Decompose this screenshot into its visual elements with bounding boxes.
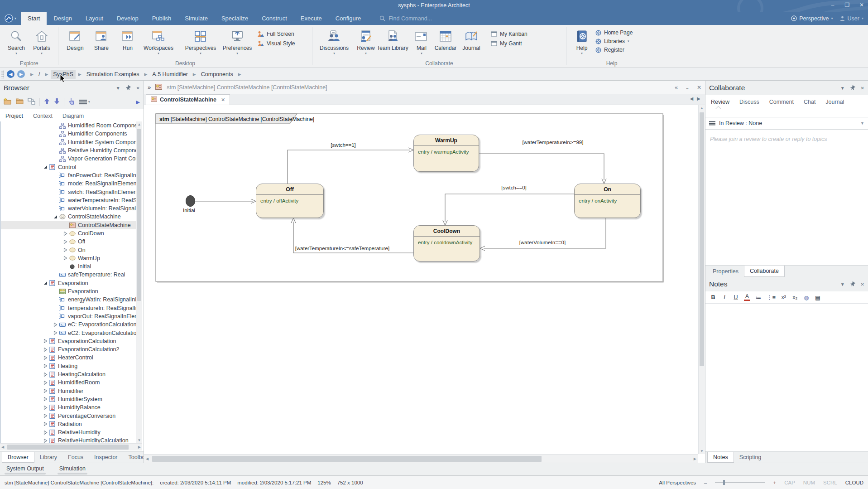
ribbon-tab-simulate[interactable]: Simulate (178, 12, 215, 25)
tree-item[interactable]: Relative Humidity Components (1, 146, 136, 155)
full-screen-button[interactable]: Full Screen (257, 31, 295, 37)
tree-item[interactable]: RelativeHumidityCalculation (1, 436, 136, 443)
tree-item[interactable]: vaporOut: RealSignalInElement (1, 312, 136, 320)
journal-button[interactable]: Journal (460, 27, 483, 51)
expander-closed-icon[interactable] (42, 381, 49, 385)
panel-menu-caret-icon[interactable]: ▼ (840, 282, 845, 287)
expander-closed-icon[interactable] (42, 348, 49, 352)
tree-item[interactable]: swtch: RealSignalInElement (1, 188, 136, 196)
expander-closed-icon[interactable] (42, 356, 49, 360)
breadcrumb-root[interactable]: / (36, 70, 42, 79)
expander-open-icon[interactable] (42, 165, 49, 169)
tab-system-output[interactable]: System Output (5, 465, 46, 474)
diagram-tab-controlstatemachine[interactable]: ControlStateMachine ✕ (146, 94, 230, 105)
italic-icon[interactable]: I (721, 294, 728, 300)
portals-button[interactable]: Portals ▾ (29, 27, 54, 55)
run-button[interactable]: Run (115, 27, 141, 51)
scroll-right-icon[interactable]: ▶ (138, 445, 141, 449)
share-button[interactable]: Share (88, 27, 115, 51)
status-perspectives-label[interactable]: All Perspectives (659, 480, 696, 485)
browser-vertical-scrollbar[interactable]: ▲ ▼ (136, 121, 142, 443)
libraries-button[interactable]: Libraries ▾ (595, 38, 633, 44)
dock-tab-library[interactable]: Library (34, 452, 62, 463)
chevrons-right-icon[interactable]: » (148, 84, 151, 91)
tree-item[interactable]: Initial (1, 262, 136, 271)
tree-item[interactable]: waterVolumeIn: RealSignalInElement (1, 204, 136, 213)
my-gantt-button[interactable]: My Gantt (491, 40, 528, 47)
expander-closed-icon[interactable] (62, 256, 69, 260)
ribbon-tab-start[interactable]: Start (21, 12, 47, 25)
collapse-panel-arrow[interactable]: ▶ (136, 99, 140, 105)
expander-closed-icon[interactable] (42, 439, 49, 443)
navigate-back-button[interactable]: ◀ (7, 70, 14, 78)
dock-tab-scripting[interactable]: Scripting (734, 452, 767, 463)
superscript-icon[interactable]: x² (781, 294, 787, 300)
expander-closed-icon[interactable] (42, 397, 49, 401)
tab-scroll-right-icon[interactable]: ▶ (697, 96, 700, 101)
tree-item[interactable]: PercentageConversion (1, 412, 136, 420)
tree-item[interactable]: On (1, 246, 136, 254)
my-kanban-button[interactable]: My Kanban (491, 31, 528, 37)
breadcrumb-a5-humidifier[interactable]: A.5 Humidifier (150, 70, 190, 79)
tree-item[interactable]: RelativeHumidity (1, 428, 136, 436)
review-button[interactable]: Review ▾ (352, 27, 379, 55)
tree-item[interactable]: EvaporationCalculation2 (1, 345, 136, 353)
dock-tab-browser[interactable]: Browser (2, 452, 34, 463)
underline-icon[interactable]: U (733, 294, 739, 300)
tree-item[interactable]: Heating (1, 362, 136, 370)
tree-item[interactable]: EvaporationCalculation (1, 337, 136, 345)
tree-item[interactable]: eC2: EvaporationCalculation2 (1, 329, 136, 337)
review-status-row[interactable]: In Review : None ▼ (705, 117, 868, 130)
restore-button[interactable]: ❐ (844, 2, 851, 8)
tree-item[interactable]: Humidified Room Components (1, 121, 136, 130)
tree-item[interactable]: Control (1, 163, 136, 171)
tab-chat[interactable]: Chat (804, 99, 815, 105)
subscript-icon[interactable]: x₂ (792, 294, 798, 300)
expander-closed-icon[interactable] (42, 422, 49, 426)
close-icon[interactable]: ✕ (861, 86, 864, 91)
browser-hamburger-menu[interactable]: ▾ (79, 99, 90, 105)
expander-closed-icon[interactable] (62, 232, 69, 236)
tab-context[interactable]: Context (33, 113, 53, 119)
tree-item[interactable]: fanPowerOut: RealSignalInElement (1, 171, 136, 179)
tree-item[interactable]: Off (1, 237, 136, 246)
tab-project[interactable]: Project (5, 113, 23, 119)
tree-item[interactable]: Vapor Generation Plant Components (1, 155, 136, 163)
panel-menu-caret-icon[interactable]: ▼ (116, 86, 120, 91)
pin-icon[interactable] (126, 85, 131, 91)
tab-diagram[interactable]: Diagram (62, 113, 84, 119)
tree-item[interactable]: eC: EvaporationCalculation (1, 320, 136, 329)
app-menu-button[interactable]: ▾ (0, 12, 21, 25)
tree-item[interactable]: Evaporation (1, 287, 136, 295)
chevron-down-icon[interactable]: ⌄ (685, 84, 690, 91)
find-command-box[interactable]: Find Command... (379, 12, 432, 25)
design-button[interactable]: Design (62, 27, 88, 51)
expander-closed-icon[interactable] (52, 331, 59, 335)
scroll-left-icon[interactable]: ◀ (146, 457, 149, 461)
tree-item[interactable]: ControlStateMachine (1, 221, 136, 229)
pin-icon[interactable] (850, 85, 855, 91)
dock-tab-focus[interactable]: Focus (62, 452, 89, 463)
ribbon-tab-specialize[interactable]: Specialize (215, 12, 255, 25)
scroll-down-icon[interactable]: ▼ (699, 449, 705, 453)
ribbon-tab-execute[interactable]: Execute (294, 12, 329, 25)
breadcrumb-sysphs[interactable]: SysPhS (51, 70, 75, 79)
minimize-button[interactable]: – (829, 2, 836, 8)
state-off[interactable]: Offentry / offActivity (256, 184, 324, 218)
scroll-down-icon[interactable]: ▼ (136, 438, 142, 442)
zoom-out-icon[interactable]: – (704, 480, 707, 485)
navigate-forward-button[interactable]: ▶ (17, 70, 25, 78)
tree-item[interactable]: HumidifiedRoom (1, 378, 136, 387)
expander-closed-icon[interactable] (42, 389, 49, 393)
tab-review[interactable]: Review (711, 99, 729, 105)
close-icon[interactable]: ✕ (697, 84, 701, 91)
expander-closed-icon[interactable] (62, 248, 69, 252)
tree-item[interactable]: WarmUp (1, 254, 136, 262)
visual-style-button[interactable]: Visual Style (257, 40, 295, 47)
tree-item[interactable]: HumidityBalance (1, 403, 136, 412)
dock-tab-notes[interactable]: Notes (707, 452, 734, 463)
state-on[interactable]: Onentry / onActivity (574, 184, 641, 218)
tree-item[interactable]: temperatureIn: RealSignalInElement (1, 304, 136, 312)
search-button[interactable]: Search ▾ (4, 27, 29, 55)
canvas-horizontal-scrollbar[interactable]: ◀ ▶ (144, 454, 698, 463)
